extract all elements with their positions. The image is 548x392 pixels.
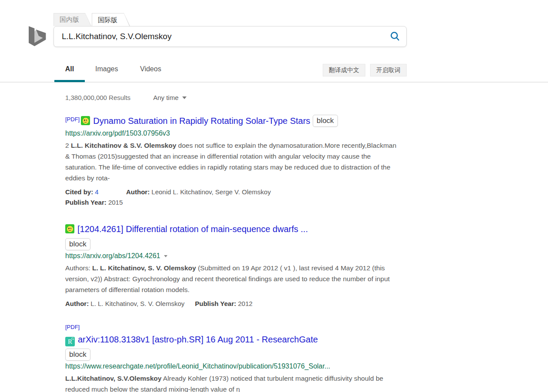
publish-year-value: 2015: [108, 199, 123, 206]
results-meta-row: 1,380,000,000 Results Any time: [65, 94, 404, 101]
url-text: https://arxiv.org/abs/1204.4261: [65, 252, 160, 260]
url-text: https://www.researchgate.net/profile/Leo…: [65, 362, 330, 370]
result-meta: Cited by: 4Author: Leonid L. Kitchatinov…: [65, 187, 404, 208]
chevron-down-icon: [182, 96, 187, 99]
result-title-line: [1204.4261] Differential rotation of mai…: [65, 223, 404, 236]
publish-year-label: Publish Year:: [65, 199, 107, 206]
result-title-link[interactable]: [1204.4261] Differential rotation of mai…: [77, 224, 308, 234]
author-label: Author:: [126, 188, 150, 196]
url-dropdown-icon[interactable]: [164, 255, 167, 257]
url-text: https://arxiv.org/pdf/1503.07956v3: [65, 130, 170, 137]
tab-international[interactable]: 国际版: [92, 13, 130, 26]
smiley-extension-icon: [81, 116, 90, 125]
snippet-prefix: 2: [65, 142, 71, 149]
region-tabs: 国内版 国际版: [53, 13, 130, 26]
researchgate-icon: RG: [65, 337, 75, 346]
search-result: [PDF]Dynamo Saturation in Rapidly Rotati…: [65, 113, 404, 208]
snippet-prefix: Authors:: [65, 264, 92, 272]
block-button[interactable]: block: [65, 349, 90, 361]
result-meta: Author: L. L. Kitchatinov, S. V. Olemsko…: [65, 299, 404, 309]
result-title-link[interactable]: Dynamo Saturation in Rapidly Rotating So…: [93, 116, 310, 126]
result-snippet: L.L.Kitchatinov, S.V.Olemskoy Already Ko…: [65, 373, 397, 392]
tab-images[interactable]: Images: [95, 65, 119, 73]
search-result: [1204.4261] Differential rotation of mai…: [65, 223, 404, 309]
tab-all[interactable]: All: [54, 65, 85, 73]
pdf-badge: [PDF]: [65, 116, 80, 123]
pdf-badge: [PDF]: [65, 324, 404, 330]
tab-all-label: All: [65, 65, 74, 73]
result-title-line: RGarXiv:1108.3138v1 [astro-ph.SR] 16 Aug…: [65, 333, 404, 346]
researchgate-icon-sup: G: [71, 337, 74, 341]
snippet-highlight: L.L. Kitchatinov & S.V. Olemskoy: [71, 142, 176, 149]
search-box: [53, 26, 407, 47]
results-list: 1,380,000,000 Results Any time [PDF]Dyna…: [0, 83, 404, 392]
result-snippet: Authors: L. L. Kitchatinov, S. V. Olemsk…: [65, 262, 397, 295]
publish-year-label: Publish Year:: [195, 300, 236, 307]
block-button-row: block: [65, 349, 404, 361]
block-button[interactable]: block: [65, 238, 90, 250]
tab-domestic[interactable]: 国内版: [53, 13, 91, 26]
author-value: Leonid L. Kitchatinov, Serge V. Olemskoy: [151, 188, 271, 196]
author-label: Author:: [65, 300, 89, 307]
result-title-line: [PDF]Dynamo Saturation in Rapidly Rotati…: [65, 113, 404, 128]
cited-by-label: Cited by:: [65, 188, 93, 196]
search-icon: [389, 31, 401, 42]
time-filter-dropdown[interactable]: Any time: [153, 94, 187, 101]
search-header: 国内版 国际版 All Images Videos 翻译成中文 开启取词: [0, 0, 548, 83]
smiley-extension-icon: [65, 224, 74, 233]
result-title-link[interactable]: arXiv:1108.3138v1 [astro-ph.SR] 16 Aug 2…: [78, 335, 318, 344]
result-url: https://arxiv.org/pdf/1503.07956v3: [65, 130, 404, 137]
author-value: L. L. Kitchatinov, S. V. Olemskoy: [90, 300, 184, 307]
block-button[interactable]: block: [313, 115, 338, 127]
search-button[interactable]: [384, 27, 406, 47]
bing-logo[interactable]: [29, 25, 46, 48]
result-url: https://arxiv.org/abs/1204.4261: [65, 252, 404, 260]
cited-by-count-link[interactable]: 4: [95, 188, 98, 196]
tab-international-label: 国际版: [92, 13, 130, 27]
result-snippet: 2 L.L. Kitchatinov & S.V. Olemskoy does …: [65, 140, 397, 183]
cited-by: Cited by: 4: [65, 187, 126, 197]
block-button-row: block: [65, 238, 404, 250]
search-input[interactable]: [54, 32, 384, 41]
translate-to-chinese-button[interactable]: 翻译成中文: [323, 64, 365, 76]
time-filter-label: Any time: [153, 94, 178, 101]
active-tab-underline: [54, 80, 85, 82]
vertical-nav: All Images Videos: [54, 65, 163, 83]
header-actions: 翻译成中文 开启取词: [323, 64, 407, 76]
publish-year-value: 2012: [238, 300, 252, 307]
snippet-highlight: L.L.Kitchatinov, S.V.Olemskoy: [65, 375, 161, 382]
snippet-highlight: L. L. Kitchatinov, S. V. Olemskoy: [92, 264, 196, 272]
enable-word-lookup-button[interactable]: 开启取词: [370, 64, 407, 76]
results-count: 1,380,000,000 Results: [65, 94, 130, 101]
tab-videos[interactable]: Videos: [140, 65, 163, 73]
search-result: [PDF] RGarXiv:1108.3138v1 [astro-ph.SR] …: [65, 324, 404, 392]
tab-domestic-label: 国内版: [54, 13, 91, 26]
result-url: https://www.researchgate.net/profile/Leo…: [65, 362, 404, 370]
